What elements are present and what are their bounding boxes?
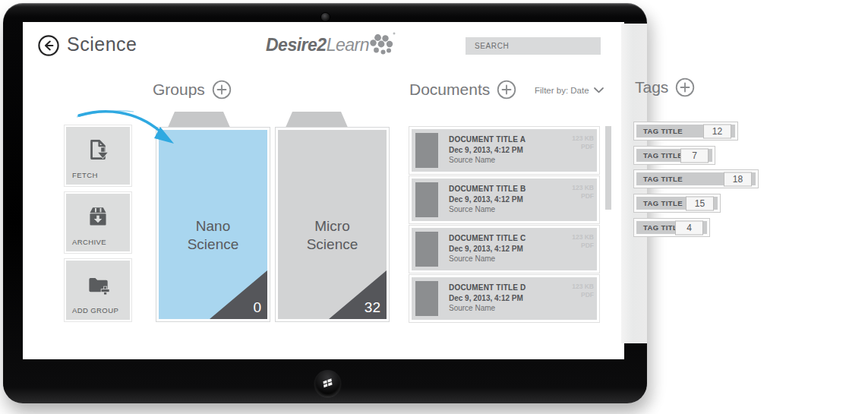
tags-heading-label: Tags <box>635 78 668 96</box>
tag-item[interactable]: TAG TITLE 4 <box>633 218 710 237</box>
tags-heading: Tags <box>635 77 695 97</box>
document-list-item[interactable]: DOCUMENT TITLE A Dec 9, 2013, 4:12 PM So… <box>409 127 599 174</box>
document-thumbnail <box>415 133 438 168</box>
document-format: PDF <box>572 242 594 250</box>
document-meta: 123 KB PDF <box>572 184 594 221</box>
document-thumbnail <box>415 182 438 217</box>
document-date: Dec 9, 2013, 4:12 PM <box>449 244 526 254</box>
add-group-plus-icon[interactable] <box>212 80 232 100</box>
tag-label: TAG TITLE <box>636 151 683 160</box>
document-list-item[interactable]: DOCUMENT TITLE D Dec 9, 2013, 4:12 PM So… <box>409 275 599 322</box>
document-title: DOCUMENT TITLE B <box>449 184 526 194</box>
micro-folder-tab <box>285 112 349 129</box>
groups-heading: Groups <box>153 80 232 100</box>
group-count: 32 <box>365 299 380 316</box>
group-card-nano-science[interactable]: Nano Science 0 <box>156 128 270 321</box>
document-title: DOCUMENT TITLE A <box>449 134 526 145</box>
document-format: PDF <box>572 192 594 201</box>
document-meta: 123 KB PDF <box>572 134 594 172</box>
document-thumbnail <box>415 281 438 316</box>
fetch-button[interactable]: FETCH <box>65 125 131 186</box>
add-document-plus-icon[interactable] <box>497 80 516 100</box>
brand-logo: Desire2Learn <box>266 30 399 60</box>
filter-dropdown[interactable]: Filter by: Date <box>535 86 604 95</box>
filter-label: Filter by: Date <box>535 86 589 95</box>
chevron-down-icon <box>594 87 604 93</box>
add-tag-plus-icon[interactable] <box>675 77 695 97</box>
document-thumbnail <box>415 232 438 267</box>
fetch-document-icon <box>84 136 112 165</box>
document-date: Dec 9, 2013, 4:12 PM <box>449 145 526 156</box>
group-card-micro-science[interactable]: Micro Science 32 <box>276 128 389 321</box>
screen: Science Desire2Learn <box>23 22 624 359</box>
add-folder-icon <box>84 270 112 299</box>
document-format: PDF <box>572 291 594 299</box>
document-format: PDF <box>572 143 594 151</box>
tag-item[interactable]: TAG TITLE 15 <box>633 194 721 213</box>
document-size: 123 KB <box>572 184 594 192</box>
document-title: DOCUMENT TITLE D <box>449 283 526 293</box>
back-button[interactable] <box>37 34 60 57</box>
tag-label: TAG TITLE <box>636 127 683 135</box>
tag-count-badge: 7 <box>680 148 709 163</box>
tag-count-badge: 15 <box>686 196 714 210</box>
back-arrow-icon <box>37 34 60 57</box>
document-size: 123 KB <box>572 233 594 242</box>
windows-logo-icon <box>321 377 334 390</box>
document-source: Source Name <box>449 303 526 314</box>
logo-text-bold: Desire2 <box>266 35 327 55</box>
tag-count-badge: 18 <box>724 172 752 186</box>
tablet-frame: Science Desire2Learn <box>3 3 647 403</box>
search-input[interactable] <box>466 37 601 55</box>
document-date: Dec 9, 2013, 4:12 PM <box>449 293 526 304</box>
documents-heading-label: Documents <box>409 81 490 99</box>
add-group-button[interactable]: ADD GROUP <box>65 259 131 321</box>
document-date: Dec 9, 2013, 4:12 PM <box>449 194 526 205</box>
tag-label: TAG TITLE <box>636 199 683 207</box>
document-list-item[interactable]: DOCUMENT TITLE B Dec 9, 2013, 4:12 PM So… <box>409 176 599 223</box>
document-list-item[interactable]: DOCUMENT TITLE C Dec 9, 2013, 4:12 PM So… <box>409 226 599 273</box>
tag-item[interactable]: TAG TITLE 18 <box>633 169 759 188</box>
logo-text-light: Learn <box>327 35 369 55</box>
document-source: Source Name <box>449 254 526 264</box>
tag-item[interactable]: TAG TITLE 7 <box>633 146 715 165</box>
document-source: Source Name <box>449 204 526 215</box>
webcam-icon <box>321 13 330 21</box>
group-count: 0 <box>253 299 261 316</box>
group-name: Nano Science <box>179 217 248 254</box>
page-title: Science <box>67 33 137 55</box>
tag-item[interactable]: TAG TITLE 12 <box>633 122 738 141</box>
tag-count-badge: 4 <box>675 220 703 235</box>
molecule-logo-icon <box>367 30 399 60</box>
document-size: 123 KB <box>572 134 594 143</box>
archive-box-icon <box>84 203 112 232</box>
archive-label: ARCHIVE <box>72 238 106 246</box>
tag-label: TAG TITLE <box>636 175 683 183</box>
fetch-label: FETCH <box>72 171 98 179</box>
archive-button[interactable]: ARCHIVE <box>65 192 131 253</box>
tag-count-badge: 12 <box>703 124 731 138</box>
windows-home-button[interactable] <box>314 370 341 397</box>
groups-heading-label: Groups <box>153 81 205 99</box>
nano-folder-tab <box>167 112 231 129</box>
add-group-label: ADD GROUP <box>72 306 118 314</box>
document-size: 123 KB <box>572 283 594 291</box>
documents-heading: Documents <box>409 80 516 100</box>
document-meta: 123 KB PDF <box>572 233 594 270</box>
document-meta: 123 KB PDF <box>572 283 594 320</box>
document-source: Source Name <box>449 155 526 166</box>
group-name: Micro Science <box>298 217 367 254</box>
page: Science Desire2Learn <box>0 0 868 414</box>
document-title: DOCUMENT TITLE C <box>449 233 526 244</box>
documents-scrollbar[interactable] <box>605 126 611 210</box>
